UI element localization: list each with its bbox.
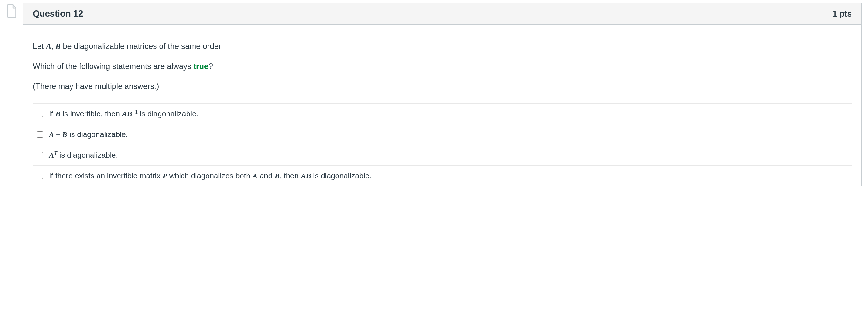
text: is diagonalizable. [311,171,372,180]
answer-option[interactable]: AT is diagonalizable. [33,145,852,166]
math-A: A [49,130,54,139]
math-B: B [275,172,280,180]
math-B: B [62,130,67,139]
math-P: P [162,172,167,180]
question-wrapper: Question 12 1 pts Let A, B be diagonaliz… [6,3,862,186]
prompt-line-1: Let A, B be diagonalizable matrices of t… [33,41,852,52]
text: is diagonalizable. [67,130,128,139]
question-points: 1 pts [832,9,852,19]
text: , then [280,171,301,180]
text: is invertible, then [60,110,122,118]
answer-checkbox[interactable] [36,152,43,158]
answer-label: AT is diagonalizable. [49,149,118,161]
text: If [49,110,55,118]
math-A: A [46,42,52,51]
true-word: true [193,62,209,70]
math-B: B [306,172,311,180]
text: ? [209,62,213,70]
text: Which of the following statements are al… [33,62,193,70]
math-sup: T [54,150,57,156]
question-card: Question 12 1 pts Let A, B be diagonaliz… [23,3,862,186]
answer-checkbox[interactable] [36,173,43,179]
text: and [257,171,274,180]
prompt-line-3: (There may have multiple answers.) [33,81,852,92]
answer-checkbox[interactable] [36,131,43,138]
text: is diagonalizable. [137,110,198,118]
text: be diagonalizable matrices of the same o… [61,42,223,51]
math-minus: − [54,130,62,139]
answers-list: If B is invertible, then AB−1 is diagona… [33,103,852,186]
math-B: B [55,110,60,118]
math-A: A [252,172,257,180]
text: is diagonalizable. [57,151,118,159]
math-sup: −1 [132,109,138,115]
answer-label: A − B is diagonalizable. [49,129,128,140]
document-icon [6,4,17,18]
answer-option[interactable]: If B is invertible, then AB−1 is diagona… [33,104,852,124]
answer-label: If there exists an invertible matrix P w… [49,170,372,182]
math-A: A [122,110,127,118]
text: Let [33,42,46,51]
answer-option[interactable]: If there exists an invertible matrix P w… [33,166,852,186]
question-header: Question 12 1 pts [23,3,861,25]
prompt-line-2: Which of the following statements are al… [33,61,852,72]
answer-checkbox[interactable] [36,111,43,117]
text: , [51,42,55,51]
question-prompt: Let A, B be diagonalizable matrices of t… [33,41,852,92]
math-A: A [301,172,306,180]
text: If there exists an invertible matrix [49,171,162,180]
answer-label: If B is invertible, then AB−1 is diagona… [49,108,198,120]
text: which diagonalizes both [167,171,252,180]
answer-option[interactable]: A − B is diagonalizable. [33,124,852,145]
math-B: B [55,42,61,51]
math-A: A [49,151,54,159]
math-B: B [127,110,132,118]
question-title: Question 12 [33,8,83,19]
question-body: Let A, B be diagonalizable matrices of t… [23,25,861,186]
